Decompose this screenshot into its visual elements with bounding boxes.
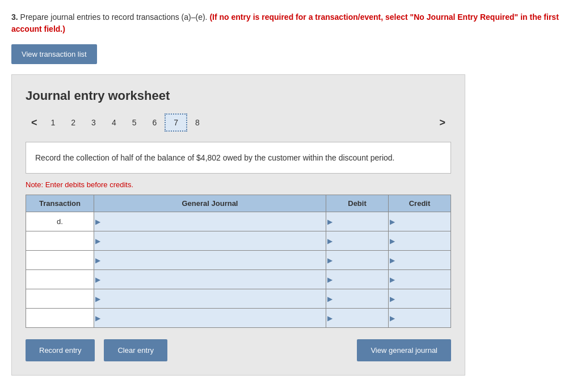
row-arrow-4: ▶	[94, 276, 100, 284]
credit-input-4[interactable]	[389, 270, 451, 289]
description-text: Record the collection of half of the bal…	[35, 153, 395, 162]
tab-7[interactable]: 7	[165, 113, 187, 132]
debit-arrow-1: ▶	[326, 218, 332, 226]
credit-arrow-5: ▶	[389, 295, 395, 303]
debit-cell-2[interactable]: ▶	[326, 231, 389, 251]
col-header-journal: General Journal	[94, 195, 326, 212]
credit-arrow-1: ▶	[389, 218, 395, 226]
transaction-cell-3	[26, 251, 94, 270]
debit-cell-3[interactable]: ▶	[326, 251, 389, 270]
debit-cell-6[interactable]: ▶	[326, 309, 389, 328]
journal-cell-3[interactable]: ▶	[94, 251, 326, 270]
row-arrow-1: ▶	[94, 218, 100, 226]
journal-input-4[interactable]	[94, 270, 326, 289]
debit-input-1[interactable]	[326, 212, 388, 231]
credit-cell-2[interactable]: ▶	[389, 231, 451, 251]
worksheet-container: Journal entry worksheet < 1 2 3 4 5 6 7 …	[11, 74, 465, 376]
prev-arrow[interactable]: <	[26, 115, 43, 131]
tab-5[interactable]: 5	[124, 115, 145, 130]
buttons-row: Record entry Clear entry View general jo…	[26, 339, 451, 361]
worksheet-title: Journal entry worksheet	[26, 88, 451, 103]
journal-input-5[interactable]	[94, 289, 326, 308]
credit-arrow-4: ▶	[389, 276, 395, 284]
tab-3[interactable]: 3	[83, 115, 104, 130]
instruction-text: 3. Prepare journal entries to record tra…	[11, 11, 570, 35]
debit-cell-5[interactable]: ▶	[326, 289, 389, 309]
debit-input-6[interactable]	[326, 309, 388, 327]
transaction-cell-6	[26, 309, 94, 328]
credit-cell-6[interactable]: ▶	[389, 309, 451, 328]
credit-input-2[interactable]	[389, 231, 451, 250]
next-arrow[interactable]: >	[433, 115, 451, 131]
transaction-cell-1: d.	[26, 212, 94, 231]
journal-cell-4[interactable]: ▶	[94, 270, 326, 289]
journal-input-6[interactable]	[94, 309, 326, 327]
debit-input-4[interactable]	[326, 270, 388, 289]
note-text: Note: Enter debits before credits.	[26, 180, 451, 189]
debit-input-2[interactable]	[326, 231, 388, 250]
tab-navigation: < 1 2 3 4 5 6 7 8 >	[26, 113, 451, 132]
credit-cell-5[interactable]: ▶	[389, 289, 451, 309]
debit-arrow-6: ▶	[326, 314, 332, 322]
row-arrow-2: ▶	[94, 237, 100, 245]
debit-arrow-2: ▶	[326, 237, 332, 245]
col-header-transaction: Transaction	[26, 195, 94, 212]
credit-cell-1[interactable]: ▶	[389, 212, 451, 231]
journal-cell-5[interactable]: ▶	[94, 289, 326, 309]
instruction-number: 3.	[11, 12, 18, 22]
table-row: ▶ ▶ ▶	[26, 289, 451, 309]
credit-input-6[interactable]	[389, 309, 451, 327]
debit-cell-4[interactable]: ▶	[326, 270, 389, 289]
debit-cell-1[interactable]: ▶	[326, 212, 389, 231]
record-entry-button[interactable]: Record entry	[26, 339, 95, 361]
row-arrow-6: ▶	[94, 314, 100, 322]
debit-arrow-4: ▶	[326, 276, 332, 284]
table-row: ▶ ▶ ▶	[26, 231, 451, 251]
journal-input-3[interactable]	[94, 251, 326, 269]
credit-cell-3[interactable]: ▶	[389, 251, 451, 270]
description-box: Record the collection of half of the bal…	[26, 142, 451, 174]
tab-8[interactable]: 8	[187, 115, 208, 130]
journal-input-2[interactable]	[94, 231, 326, 250]
credit-cell-4[interactable]: ▶	[389, 270, 451, 289]
table-row: ▶ ▶ ▶	[26, 270, 451, 289]
instruction-normal: Prepare journal entries to record transa…	[20, 12, 208, 22]
credit-input-3[interactable]	[389, 251, 451, 269]
table-row: ▶ ▶ ▶	[26, 251, 451, 270]
col-header-debit: Debit	[326, 195, 389, 212]
journal-cell-1[interactable]: ▶	[94, 212, 326, 231]
debit-arrow-5: ▶	[326, 295, 332, 303]
tab-2[interactable]: 2	[63, 115, 83, 130]
debit-input-5[interactable]	[326, 289, 388, 308]
tab-4[interactable]: 4	[104, 115, 124, 130]
debit-input-3[interactable]	[326, 251, 388, 269]
clear-entry-button[interactable]: Clear entry	[104, 339, 167, 361]
credit-input-5[interactable]	[389, 289, 451, 308]
table-row: d. ▶ ▶ ▶	[26, 212, 451, 231]
view-transaction-button[interactable]: View transaction list	[11, 44, 97, 64]
journal-cell-2[interactable]: ▶	[94, 231, 326, 251]
credit-arrow-2: ▶	[389, 237, 395, 245]
journal-table: Transaction General Journal Debit Credit…	[26, 195, 451, 328]
debit-arrow-3: ▶	[326, 256, 332, 264]
credit-input-1[interactable]	[389, 212, 451, 231]
journal-input-1[interactable]	[94, 212, 326, 231]
tab-1[interactable]: 1	[43, 115, 64, 130]
transaction-cell-5	[26, 289, 94, 309]
transaction-cell-2	[26, 231, 94, 251]
row-arrow-5: ▶	[94, 295, 100, 303]
journal-cell-6[interactable]: ▶	[94, 309, 326, 328]
transaction-cell-4	[26, 270, 94, 289]
tab-6[interactable]: 6	[145, 115, 165, 130]
col-header-credit: Credit	[389, 195, 451, 212]
credit-arrow-6: ▶	[389, 314, 395, 322]
row-arrow-3: ▶	[94, 256, 100, 264]
table-row: ▶ ▶ ▶	[26, 309, 451, 328]
credit-arrow-3: ▶	[389, 256, 395, 264]
view-general-journal-button[interactable]: View general journal	[357, 339, 451, 361]
